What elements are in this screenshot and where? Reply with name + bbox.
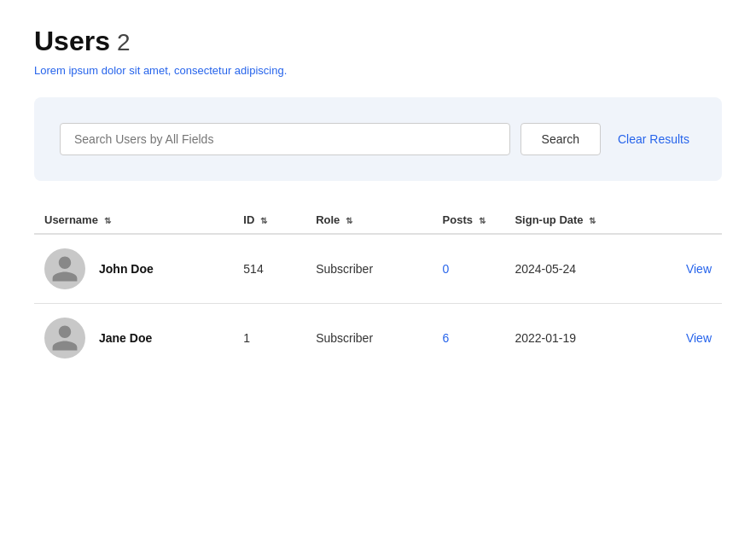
table-row: John Doe 514Subscriber02024-05-24View xyxy=(34,234,722,304)
clear-results-button[interactable]: Clear Results xyxy=(611,124,696,154)
page-subtitle: Lorem ipsum dolor sit amet, consectetur … xyxy=(34,64,722,77)
user-id: 514 xyxy=(233,234,305,304)
sort-icon-role: ⇅ xyxy=(346,216,352,225)
sort-icon-posts: ⇅ xyxy=(479,216,486,225)
user-posts[interactable]: 0 xyxy=(433,234,505,304)
col-header-id[interactable]: ID ⇅ xyxy=(233,207,305,234)
col-header-signup[interactable]: Sign-up Date ⇅ xyxy=(504,207,649,234)
sort-icon-signup: ⇅ xyxy=(589,216,596,225)
user-signup-date: 2022-01-19 xyxy=(504,304,649,373)
page-container: Users 2 Lorem ipsum dolor sit amet, cons… xyxy=(34,26,722,372)
user-count: 2 xyxy=(117,29,131,56)
avatar xyxy=(44,318,85,359)
user-posts[interactable]: 6 xyxy=(433,304,505,373)
users-table: Username ⇅ ID ⇅ Role ⇅ Posts ⇅ Sign-up D… xyxy=(34,207,722,372)
posts-link[interactable]: 6 xyxy=(443,331,450,345)
posts-link[interactable]: 0 xyxy=(443,262,450,276)
sort-icon-username: ⇅ xyxy=(104,216,111,225)
username-label: John Doe xyxy=(99,262,154,276)
avatar xyxy=(44,248,85,289)
user-role: Subscriber xyxy=(305,234,432,304)
user-signup-date: 2024-05-24 xyxy=(504,234,649,304)
user-avatar-icon xyxy=(49,323,80,353)
user-id: 1 xyxy=(233,304,305,373)
table-row: Jane Doe 1Subscriber62022-01-19View xyxy=(34,304,722,373)
col-header-username[interactable]: Username ⇅ xyxy=(34,207,233,234)
search-input[interactable] xyxy=(60,123,510,155)
user-action[interactable]: View xyxy=(649,304,722,373)
page-header: Users 2 xyxy=(34,26,722,57)
sort-icon-id: ⇅ xyxy=(260,216,267,225)
user-role: Subscriber xyxy=(305,304,432,373)
page-title: Users xyxy=(34,26,110,57)
user-action[interactable]: View xyxy=(649,234,722,304)
view-link[interactable]: View xyxy=(686,262,712,276)
search-panel: Search Clear Results xyxy=(34,97,722,181)
user-avatar-icon xyxy=(49,254,80,284)
col-header-action xyxy=(649,207,722,234)
table-header-row: Username ⇅ ID ⇅ Role ⇅ Posts ⇅ Sign-up D… xyxy=(34,207,722,234)
view-link[interactable]: View xyxy=(686,331,712,345)
username-label: Jane Doe xyxy=(99,331,152,345)
search-button[interactable]: Search xyxy=(520,123,601,155)
col-header-posts[interactable]: Posts ⇅ xyxy=(433,207,505,234)
user-cell-1: Jane Doe xyxy=(34,304,233,373)
col-header-role[interactable]: Role ⇅ xyxy=(305,207,432,234)
user-cell-0: John Doe xyxy=(34,234,233,304)
